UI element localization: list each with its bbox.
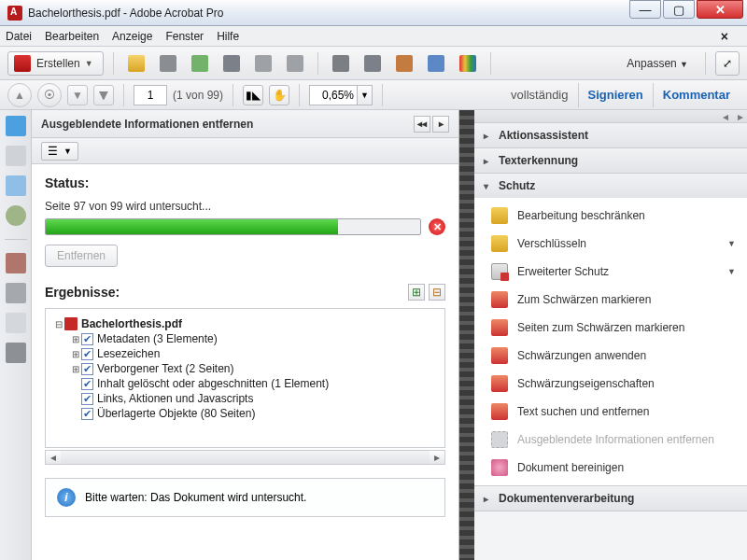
zoom-dropdown[interactable]: ▼ [357,86,372,105]
menu-window[interactable]: Fenster [165,30,204,43]
panel-title: Ausgeblendete Informationen entfernen [41,118,253,131]
red-icon [491,375,508,392]
menu-file[interactable]: Datei [6,30,32,43]
tool-item[interactable]: Schwärzungseigenschaften [474,370,747,398]
close-document-button[interactable]: × [721,29,728,44]
menu-edit[interactable]: Bearbeiten [45,30,99,43]
tool-item[interactable]: Schwärzungen anwenden [474,342,747,370]
folder-icon [128,55,145,72]
grey-icon [491,431,508,448]
find-icon [428,55,444,72]
pages-tab[interactable] [6,146,26,166]
thumbnails-tab[interactable] [6,116,26,136]
tool-item[interactable]: Bearbeitung beschränken [474,202,747,230]
app-icon [7,6,22,21]
printer-icon [364,55,381,72]
shield-icon [491,207,508,224]
tab-comment[interactable]: Kommentar [663,88,730,102]
print2-button[interactable] [359,51,386,76]
rainbow-icon [459,55,476,72]
tree-item[interactable]: ✔Links, Aktionen und Javascripts [53,391,437,406]
print-button[interactable] [218,51,245,76]
tool-item[interactable]: Verschlüsseln▼ [474,230,747,258]
customize-link[interactable]: Anpassen ▼ [627,57,688,70]
envelope-icon [287,55,303,72]
toolbar-nav: ▲ ⦿ ▼ ⯆ (1 von 99) ▮◣ ✋ ▼ vollständig Si… [0,80,747,110]
red-icon [491,319,508,336]
center-pane: Ausgeblendete Informationen entfernen ◂◂… [32,110,459,560]
fullscreen-button[interactable]: ⤢ [715,51,740,76]
select-tool-button[interactable]: ▮◣ [243,85,263,105]
tab-sign[interactable]: Signieren [588,88,643,102]
tools-scroll-controls[interactable]: ◂▸ [474,110,747,123]
page-down-button[interactable]: ▼ [67,85,88,105]
expand-icon: ⤢ [723,57,732,70]
horizontal-scrollbar[interactable]: ◂▸ [45,450,445,465]
window-minimize-button[interactable]: — [629,0,661,19]
results-heading: Ergebnisse: [45,285,404,300]
expand-all-button[interactable]: ⊞ [408,284,425,301]
layers-tab[interactable] [6,313,26,333]
tree-item[interactable]: ✔Überlagerte Objekte (80 Seiten) [53,406,437,421]
tree-item[interactable]: ⊞✔Verborgener Text (2 Seiten) [53,361,437,376]
find-button[interactable] [423,51,449,76]
save-icon [160,55,176,72]
section-action-assistant[interactable]: ▸Aktionsassistent [474,123,747,147]
window-titlebar: Bachelorthesis.pdf - Adobe Acrobat Pro —… [0,0,747,26]
tree-item[interactable]: ✔Inhalt gelöscht oder abgeschnitten (1 E… [53,376,437,391]
menu-bar: Datei Bearbeiten Anzeige Fenster Hilfe × [0,26,747,47]
cloud-button[interactable] [187,51,213,76]
status-heading: Status: [45,175,445,190]
doc-icon [491,263,508,280]
print-icon [223,55,240,72]
window-maximize-button[interactable]: ▢ [663,0,695,19]
extract-button[interactable] [391,51,417,76]
settings-button[interactable] [328,51,354,76]
remove-button[interactable]: Entfernen [45,245,118,267]
panel-prev-button[interactable]: ◂◂ [414,116,430,133]
tool-item[interactable]: Text suchen und entfernen [474,398,747,426]
open-button[interactable] [123,51,149,76]
page-number-input[interactable] [134,85,167,105]
tree-item[interactable]: ⊞✔Metadaten (3 Elemente) [53,331,437,346]
clip-tab[interactable] [6,283,26,303]
page-up-button[interactable]: ▲ [7,83,32,107]
tree-item[interactable]: ⊞✔Lesezeichen [53,346,437,361]
security-tab[interactable] [6,253,26,273]
collapse-all-button[interactable]: ⊟ [429,284,445,301]
menu-help[interactable]: Hilfe [217,30,239,43]
view-selector[interactable]: ☰▼ [41,142,78,161]
left-nav-rail [0,110,32,560]
color-button[interactable] [455,51,481,76]
zoom-input[interactable] [310,89,357,102]
save-button[interactable] [155,51,181,76]
cloud-icon [191,55,208,72]
tool-item[interactable]: Seiten zum Schwärzen markieren [474,314,747,342]
email-button[interactable] [250,51,276,76]
progress-bar [45,218,421,235]
tab-full[interactable]: vollständig [511,88,568,102]
tool-item[interactable]: Erweiterter Schutz▼ [474,258,747,286]
section-protect[interactable]: ▾Schutz [474,174,747,198]
bookmarks-tab[interactable] [6,175,26,196]
signatures-tab[interactable] [6,343,26,363]
page-down2-button[interactable]: ⯆ [93,85,114,105]
tool-item[interactable]: Zum Schwärzen markieren [474,286,747,314]
panel-next-button[interactable]: ▸ [432,116,449,133]
tool-item[interactable]: Dokument bereinigen [474,454,747,482]
zoom-control[interactable]: ▼ [309,85,373,105]
page-first-button[interactable]: ⦿ [37,83,62,107]
filmstrip-divider[interactable] [459,110,474,560]
menu-view[interactable]: Anzeige [112,30,152,43]
section-docproc[interactable]: ▸Dokumentenverarbeitung [474,486,747,511]
tree-root[interactable]: ⊟ Bachelorthesis.pdf [53,316,437,331]
red-icon [491,291,508,308]
share-button[interactable] [282,51,308,76]
window-close-button[interactable]: ✕ [697,0,743,19]
section-ocr[interactable]: ▸Texterkennung [474,148,747,173]
attachments-tab[interactable] [6,205,26,226]
red-icon [491,347,508,364]
cancel-button[interactable]: ✕ [429,218,445,235]
hand-tool-button[interactable]: ✋ [269,85,289,105]
create-button[interactable]: Erstellen ▼ [7,51,104,76]
